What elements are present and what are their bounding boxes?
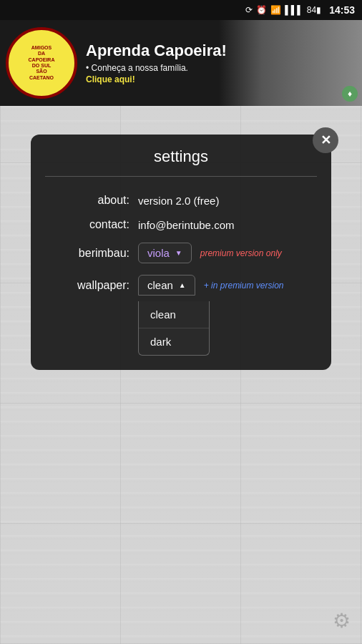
ad-close-button[interactable]: ♦ — [342, 86, 358, 102]
rotate-icon: ⟳ — [245, 5, 253, 15]
berimbau-dropdown[interactable]: viola ▼ — [138, 243, 192, 263]
ad-logo-text: AMIGOSDACAPOEIRADO SULSÃOCAETANO — [29, 45, 55, 81]
status-icons: ⟳ ⏰ 📶 ▌▌▌ 84▮ 14:53 — [245, 4, 355, 16]
berimbau-dropdown-arrow: ▼ — [175, 249, 182, 257]
battery-icon: 84▮ — [307, 5, 321, 15]
settings-modal: ✕ settings about: version 2.0 (free) con… — [31, 135, 331, 370]
about-label: about: — [51, 194, 129, 207]
wallpaper-section: wallpaper: clean ▲ + in premium version … — [31, 269, 331, 356]
wallpaper-label: wallpaper: — [51, 279, 129, 292]
berimbau-row: berimbau: viola ▼ premium version only — [31, 237, 331, 269]
settings-divider — [45, 176, 317, 177]
wallpaper-dropdown[interactable]: clean ▲ — [138, 275, 195, 296]
wallpaper-option-dark[interactable]: dark — [139, 328, 209, 355]
ad-title: Aprenda Capoeira! — [86, 42, 353, 60]
ad-banner: AMIGOSDACAPOEIRADO SULSÃOCAETANO Aprenda… — [0, 20, 362, 106]
wallpaper-option-clean[interactable]: clean — [139, 301, 209, 328]
berimbau-label: berimbau: — [51, 247, 129, 260]
contact-label: contact: — [51, 218, 129, 231]
wallpaper-dropdown-label: clean — [147, 279, 173, 291]
contact-row: contact: info@berintube.com — [31, 213, 331, 237]
ad-logo: AMIGOSDACAPOEIRADO SULSÃOCAETANO — [6, 27, 77, 99]
gear-icon-wrapper[interactable]: ⚙ — [333, 609, 351, 633]
ad-bullet: • Conheça a nossa família. — [86, 63, 353, 73]
about-value: version 2.0 (free) — [138, 195, 219, 207]
settings-overlay: ✕ settings about: version 2.0 (free) con… — [0, 106, 362, 644]
settings-title: settings — [31, 135, 331, 176]
berimbau-dropdown-label: viola — [147, 247, 170, 259]
gear-icon: ⚙ — [333, 610, 351, 632]
wifi-icon: 📶 — [270, 5, 281, 15]
status-bar: ⟳ ⏰ 📶 ▌▌▌ 84▮ 14:53 — [0, 0, 362, 20]
wallpaper-row: wallpaper: clean ▲ + in premium version — [31, 269, 331, 301]
modal-close-button[interactable]: ✕ — [313, 127, 338, 153]
status-time: 14:53 — [329, 4, 355, 16]
berimbau-premium-badge: premium version only — [200, 248, 282, 258]
about-row: about: version 2.0 (free) — [31, 188, 331, 213]
signal-icon: ▌▌▌ — [285, 5, 303, 15]
main-background: ✕ settings about: version 2.0 (free) con… — [0, 106, 362, 644]
wallpaper-premium-badge: + in premium version — [204, 280, 284, 291]
wallpaper-dropdown-arrow: ▲ — [179, 281, 186, 289]
wallpaper-dropdown-menu: clean dark — [138, 301, 210, 356]
ad-link[interactable]: Clique aqui! — [86, 74, 353, 84]
clock-icon: ⏰ — [256, 5, 267, 15]
contact-value[interactable]: info@berintube.com — [138, 219, 234, 231]
ad-content: Aprenda Capoeira! • Conheça a nossa famí… — [77, 36, 362, 90]
